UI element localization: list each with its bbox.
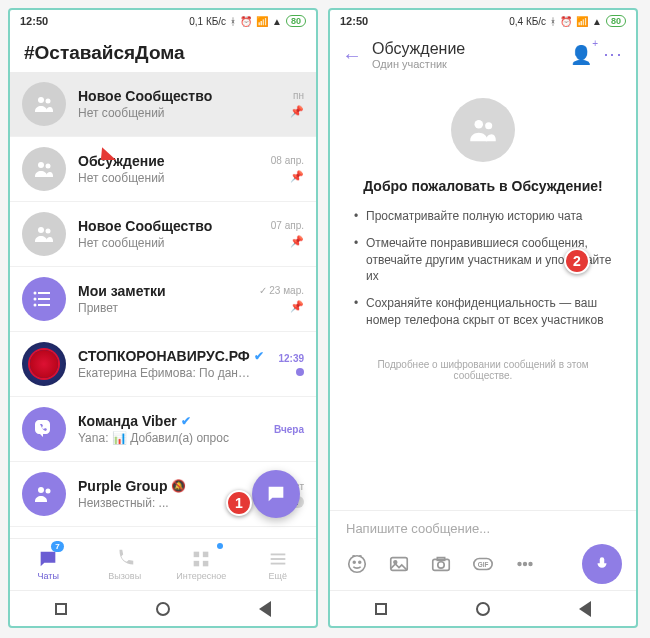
recents-button[interactable] — [55, 603, 67, 615]
status-time: 12:50 — [340, 15, 368, 27]
svg-rect-18 — [270, 554, 285, 556]
status-bar: 12:50 0,1 КБ/с ᚼ ⏰ 📶 ▲ 80 — [10, 10, 316, 32]
group-avatar-icon — [22, 212, 66, 256]
conversation-title: Обсуждение — [372, 40, 560, 58]
pin-icon: 📌 — [290, 105, 304, 118]
chat-title: Новое Сообщество — [78, 88, 256, 104]
chat-title: Purple Group — [78, 478, 167, 494]
welcome-panel: Добро пожаловать в Обсуждение! Просматри… — [330, 78, 636, 510]
chat-subtitle: Yana: 📊 Добавил(а) опрос — [78, 431, 256, 445]
home-button[interactable] — [156, 602, 170, 616]
nav-label: Вызовы — [108, 571, 141, 581]
chat-subtitle: Нет сообщений — [78, 106, 256, 120]
encryption-note[interactable]: Подробнее о шифровании сообщений в этом … — [354, 359, 612, 381]
wifi-icon: ▲ — [592, 16, 602, 27]
android-nav-bar — [330, 590, 636, 626]
svg-rect-19 — [270, 558, 285, 560]
chat-time: ✓ 23 мар. — [259, 285, 304, 296]
sticker-icon[interactable] — [344, 551, 370, 577]
back-arrow-icon[interactable]: ← — [342, 44, 362, 67]
svg-point-11 — [34, 304, 37, 307]
menu-dots-icon[interactable]: ⋮ — [602, 46, 624, 64]
nav-explore[interactable]: Интересное — [163, 539, 240, 590]
welcome-bullets: Просматривайте полную историю чата Отмеч… — [354, 208, 612, 339]
svg-rect-17 — [203, 561, 209, 567]
svg-rect-20 — [270, 563, 285, 565]
svg-point-22 — [475, 120, 484, 128]
more-icon — [267, 548, 289, 570]
chat-row[interactable]: Обсуждение Нет сообщений 08 апр.📌 — [10, 137, 316, 202]
pin-icon: 📌 — [290, 235, 304, 248]
svg-rect-14 — [194, 552, 200, 558]
back-button[interactable] — [259, 601, 271, 617]
page-title: #ОставайсяДома — [10, 32, 316, 72]
nav-chats[interactable]: 7 Чаты — [10, 539, 87, 590]
svg-point-12 — [38, 487, 44, 493]
nav-calls[interactable]: Вызовы — [87, 539, 164, 590]
status-right: 0,1 КБ/с ᚼ ⏰ 📶 ▲ 80 — [189, 15, 306, 27]
alarm-icon: ⏰ — [560, 16, 572, 27]
gif-icon[interactable]: GIF — [470, 551, 496, 577]
compose-fab[interactable] — [252, 470, 300, 518]
chat-row[interactable]: Команда Viber ✔ Yana: 📊 Добавил(а) опрос… — [10, 397, 316, 462]
conversation-subtitle: Один участник — [372, 58, 560, 70]
nav-dot — [217, 543, 223, 549]
add-member-icon[interactable]: 👤 — [570, 44, 592, 66]
svg-point-25 — [353, 561, 355, 563]
camera-icon[interactable] — [428, 551, 454, 577]
welcome-bullet: Просматривайте полную историю чата — [354, 208, 612, 225]
battery-icon: 80 — [606, 15, 626, 27]
gallery-icon[interactable] — [386, 551, 412, 577]
svg-point-2 — [38, 162, 44, 168]
chat-time: Вчера — [274, 424, 304, 435]
bluetooth-icon: ᚼ — [550, 16, 556, 27]
chat-time: пн — [293, 90, 304, 101]
svg-rect-7 — [38, 298, 50, 300]
svg-rect-8 — [38, 304, 50, 306]
status-bar: 12:50 0,4 КБ/с ᚼ ⏰ 📶 ▲ 80 — [330, 10, 636, 32]
alarm-icon: ⏰ — [240, 16, 252, 27]
status-net: 0,4 КБ/с — [509, 16, 546, 27]
back-button[interactable] — [579, 601, 591, 617]
chat-title: Мои заметки — [78, 283, 256, 299]
recents-button[interactable] — [375, 603, 387, 615]
chat-subtitle: Нет сообщений — [78, 171, 256, 185]
svg-point-9 — [34, 292, 37, 295]
svg-point-26 — [359, 561, 361, 563]
status-net: 0,1 КБ/с — [189, 16, 226, 27]
conversation-header: ← Обсуждение Один участник 👤 ⋮ — [330, 32, 636, 78]
pin-icon: 📌 — [290, 300, 304, 313]
nav-more[interactable]: Ещё — [240, 539, 317, 590]
welcome-bullet: Сохраняйте конфиденциальность — ваш номе… — [354, 295, 612, 329]
home-button[interactable] — [476, 602, 490, 616]
chat-row[interactable]: Мои заметки Привет ✓ 23 мар.📌 — [10, 267, 316, 332]
nav-label: Чаты — [38, 571, 59, 581]
wifi-icon: ▲ — [272, 16, 282, 27]
signal-icon: 📶 — [256, 16, 268, 27]
chat-row[interactable]: Новое Сообщество Нет сообщений 07 апр.📌 — [10, 202, 316, 267]
chat-title: Команда Viber — [78, 413, 177, 429]
message-input-bar: Напишите сообщение... GIF — [330, 510, 636, 590]
chat-title: Обсуждение — [78, 153, 256, 169]
group-avatar-icon — [451, 98, 515, 162]
mic-button[interactable] — [582, 544, 622, 584]
chat-row[interactable]: Новое Сообщество Нет сообщений пн📌 — [10, 72, 316, 137]
verified-icon: ✔ — [181, 414, 191, 428]
chat-subtitle: Привет — [78, 301, 256, 315]
bottom-nav: 7 Чаты Вызовы Интересное Ещё — [10, 538, 316, 590]
more-tools-icon[interactable] — [512, 551, 538, 577]
viber-avatar-icon — [22, 407, 66, 451]
message-input[interactable]: Напишите сообщение... — [340, 517, 626, 540]
chat-subtitle: Екатерина Ефимова: По данным Роспотребна… — [78, 366, 256, 380]
chat-row[interactable]: СТОПКОРОНАВИРУС.РФ ✔ Екатерина Ефимова: … — [10, 332, 316, 397]
unread-dot — [296, 368, 304, 376]
chat-list[interactable]: Новое Сообщество Нет сообщений пн📌 Обсуж… — [10, 72, 316, 538]
notes-avatar-icon — [22, 277, 66, 321]
svg-point-10 — [34, 298, 37, 301]
nav-label: Ещё — [269, 571, 287, 581]
chat-title: Новое Сообщество — [78, 218, 256, 234]
android-nav-bar — [10, 590, 316, 626]
welcome-bullet: Отмечайте понравившиеся сообщения, отвеч… — [354, 235, 612, 285]
svg-point-36 — [529, 563, 532, 566]
svg-text:GIF: GIF — [478, 561, 489, 568]
